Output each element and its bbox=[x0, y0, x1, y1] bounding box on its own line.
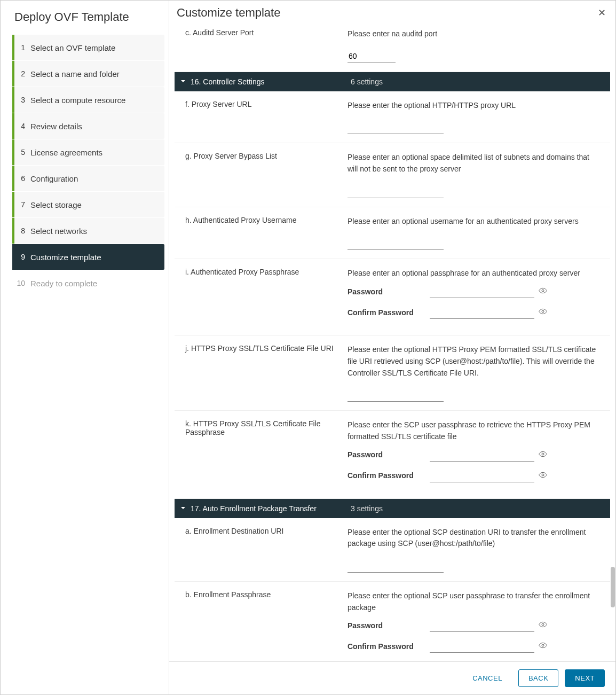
content-area: Customize template ✕ c. Auditd Server Po… bbox=[169, 1, 615, 694]
field-proxy-url: f. Proxy Server URL Please enter the opt… bbox=[175, 91, 610, 144]
section-17-header[interactable]: 17. Auto Enrollment Package Transfer 3 s… bbox=[175, 499, 610, 518]
step-3[interactable]: 3Select a compute resource bbox=[12, 87, 164, 113]
step-9[interactable]: 9Customize template bbox=[12, 244, 164, 270]
field-enroll-dest-uri: a. Enrollment Destination URI Please ent… bbox=[175, 518, 610, 582]
step-4[interactable]: 4Review details bbox=[12, 113, 164, 139]
field-enroll-passphrase: b. Enrollment Passphrase Please enter th… bbox=[175, 582, 610, 661]
step-5[interactable]: 5License agreements bbox=[12, 139, 164, 165]
deploy-ovf-modal: Deploy OVF Template 1Select an OVF templ… bbox=[0, 0, 616, 695]
eye-icon[interactable] bbox=[539, 471, 547, 481]
step-2[interactable]: 2Select a name and folder bbox=[12, 61, 164, 87]
step-7[interactable]: 7Select storage bbox=[12, 192, 164, 217]
modal-body: Deploy OVF Template 1Select an OVF templ… bbox=[1, 1, 615, 694]
field-https-cert-uri: j. HTTPS Proxy SSL/TLS Certificate File … bbox=[175, 335, 610, 411]
close-button[interactable]: ✕ bbox=[598, 7, 606, 19]
eye-icon[interactable] bbox=[539, 620, 547, 630]
eye-icon[interactable] bbox=[539, 286, 547, 296]
auditd-port-input[interactable] bbox=[348, 50, 396, 63]
wizard-sidebar: Deploy OVF Template 1Select an OVF templ… bbox=[1, 1, 169, 694]
field-proxy-username: h. Authenticated Proxy Username Please e… bbox=[175, 207, 610, 260]
scrollbar-thumb[interactable] bbox=[611, 567, 615, 607]
enroll-password-input[interactable] bbox=[430, 619, 534, 632]
svg-point-5 bbox=[542, 644, 544, 646]
chevron-down-icon bbox=[180, 77, 186, 86]
eye-icon[interactable] bbox=[539, 450, 547, 460]
section-16-header[interactable]: 16. Controller Settings 6 settings bbox=[175, 72, 610, 91]
enroll-dest-uri-input[interactable] bbox=[348, 559, 444, 573]
cancel-button[interactable]: CANCEL bbox=[463, 670, 512, 686]
svg-point-2 bbox=[542, 453, 544, 455]
back-button[interactable]: BACK bbox=[518, 669, 558, 687]
chevron-down-icon bbox=[180, 504, 186, 513]
svg-point-1 bbox=[542, 310, 544, 313]
close-icon: ✕ bbox=[598, 7, 606, 18]
next-button[interactable]: NEXT bbox=[565, 669, 605, 687]
https-cert-confirm-password-input[interactable] bbox=[430, 469, 534, 482]
step-6[interactable]: 6Configuration bbox=[12, 166, 164, 191]
svg-point-3 bbox=[542, 474, 544, 476]
https-cert-uri-input[interactable] bbox=[348, 388, 444, 402]
field-proxy-passphrase: i. Authenticated Proxy Passphrase Please… bbox=[175, 259, 610, 335]
eye-icon[interactable] bbox=[539, 307, 547, 317]
field-https-cert-passphrase: k. HTTPS Proxy SSL/TLS Certificate File … bbox=[175, 411, 610, 498]
eye-icon[interactable] bbox=[539, 641, 547, 651]
proxy-username-input[interactable] bbox=[348, 237, 444, 250]
step-1[interactable]: 1Select an OVF template bbox=[12, 35, 164, 60]
proxy-confirm-password-input[interactable] bbox=[430, 306, 534, 319]
wizard-steps: 1Select an OVF template 2Select a name a… bbox=[1, 35, 169, 296]
form-scroll-area[interactable]: c. Auditd Server Port Please enter na au… bbox=[169, 25, 615, 661]
proxy-url-input[interactable] bbox=[348, 121, 444, 134]
wizard-footer: CANCEL BACK NEXT bbox=[169, 661, 615, 694]
proxy-password-input[interactable] bbox=[430, 285, 534, 298]
field-auditd-port: c. Auditd Server Port Please enter na au… bbox=[175, 25, 610, 72]
enroll-confirm-password-input[interactable] bbox=[430, 639, 534, 653]
https-cert-password-input[interactable] bbox=[430, 448, 534, 462]
proxy-bypass-input[interactable] bbox=[348, 185, 444, 198]
content-title: Customize template bbox=[177, 6, 280, 20]
step-8[interactable]: 8Select networks bbox=[12, 218, 164, 244]
svg-point-4 bbox=[542, 623, 544, 626]
content-header: Customize template ✕ bbox=[169, 1, 615, 25]
field-proxy-bypass: g. Proxy Server Bypass List Please enter… bbox=[175, 143, 610, 207]
svg-point-0 bbox=[542, 290, 544, 292]
step-10: 10Ready to complete bbox=[12, 270, 164, 296]
sidebar-title: Deploy OVF Template bbox=[1, 3, 169, 35]
